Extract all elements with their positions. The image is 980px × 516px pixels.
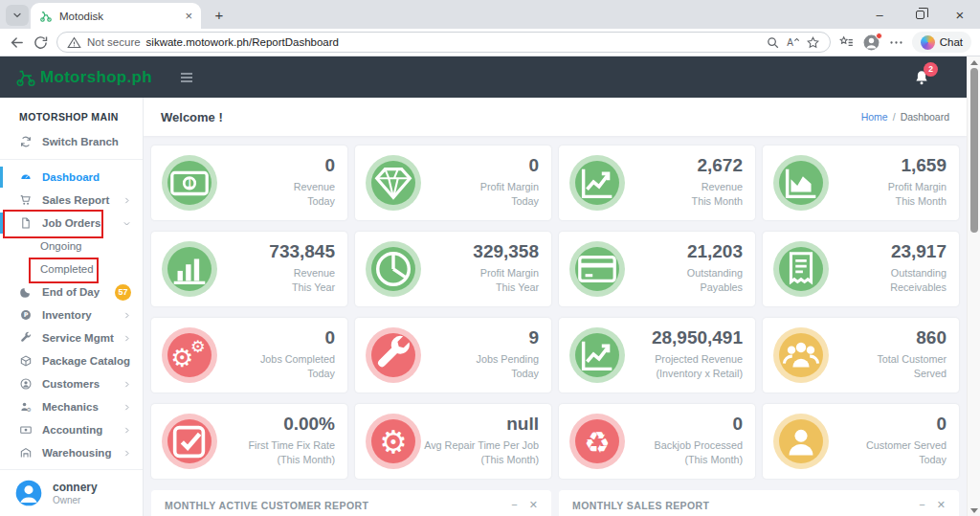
sidebar-item-label: Completed [40,263,94,275]
scroll-down-icon[interactable] [968,505,980,516]
page-scrollbar[interactable] [967,56,980,516]
stat-card: 9Jobs PendingToday [355,318,551,393]
sidebar-section-title: MOTORSHOP MAIN [0,103,143,130]
back-icon[interactable] [9,34,25,51]
sidebar-item-sales-report[interactable]: Sales Report [0,189,143,212]
stat-label-line2: Today [294,194,335,210]
stat-value: 329,358 [473,242,539,262]
stat-text: 0Customer ServedToday [866,415,947,468]
report-panels: MONTHLY ACTIVE CUSTOMER REPORT−✕MONTHLY … [144,479,967,516]
stat-card: 28,950,491Projected Revenue(Inventory x … [559,318,755,393]
chevron-right-icon [122,196,131,205]
chevron-right-icon [122,403,131,412]
sidebar-item-job-orders[interactable]: Job Orders [0,212,143,235]
warning-icon [67,35,81,50]
stat-label-line2: Today [480,194,539,210]
chart-area-icon [779,161,823,205]
favorite-star-icon[interactable] [806,35,820,50]
chart-line-icon [575,333,619,377]
stat-card: 860Total CustomerServed [763,318,959,393]
stat-label-line2: Served [877,367,947,382]
close-button[interactable]: × [940,0,980,29]
stat-label-line1: First Time Fix Rate [248,438,335,454]
chevron-right-icon [122,426,131,435]
stat-label-line2: This Month [888,194,947,210]
stat-label: Avg Repair Time Per Job(This Month) [424,438,539,468]
breadcrumb: Home / Dashboard [861,111,949,123]
read-aloud-icon[interactable]: A [786,35,800,50]
breadcrumb-home[interactable]: Home [861,111,888,123]
stat-label-line1: Avg Repair Time Per Job [424,438,539,454]
sidebar-item-inventory[interactable]: PInventory [0,303,143,326]
stat-label-line2: Receivables [890,280,947,296]
stat-value: 0 [480,156,539,176]
gauge-icon [19,170,33,184]
profile-avatar[interactable] [862,34,880,52]
panel-close-icon[interactable]: ✕ [529,499,538,511]
minimize-button[interactable]: – [859,0,900,29]
stat-label: RevenueThis Year [269,266,335,296]
sidebar-item-dashboard[interactable]: Dashboard [0,166,143,189]
stat-value: 9 [477,328,539,348]
sidebar-item-service-mgmt[interactable]: Service Mgmt [0,326,143,349]
mechanics-icon: ⚙ [19,400,33,414]
brand-logo[interactable]: Motorshop.ph [15,67,152,88]
sidebar-item-switch-branch[interactable]: Switch Branch [0,130,143,153]
address-bar[interactable]: Not secure sikwate.motowork.ph/ReportDas… [56,32,831,53]
svg-text:⚙: ⚙ [27,407,32,413]
stat-label-line1: Jobs Completed [260,352,335,368]
stat-text: 21,203OutstandingPayables [687,242,743,296]
sidebar-item-label: Service Mgmt [42,332,114,344]
scroll-up-icon[interactable] [968,56,980,68]
stat-text: 0Profit MarginToday [480,156,539,210]
collections-icon[interactable] [838,34,855,51]
panel-minimize-icon[interactable]: − [919,499,924,511]
url-text[interactable]: sikwate.motowork.ph/ReportDashboard [146,36,339,48]
more-icon[interactable] [888,34,904,51]
sidebar-item-label: Warehousing [42,447,111,459]
moon-icon [19,285,33,299]
receipt-icon [779,247,823,291]
copilot-chat-button[interactable]: Chat [912,32,971,53]
sidebar-item-label: Inventory [42,309,92,321]
panel-minimize-icon[interactable]: − [511,499,517,511]
sidebar-item-warehousing[interactable]: Warehousing [0,441,143,464]
reload-icon[interactable] [33,34,49,51]
sidebar-item-accounting[interactable]: Accounting [0,418,143,441]
browser-tab[interactable]: Motodisk × [31,3,201,29]
sidebar-item-customers[interactable]: Customers [0,372,143,395]
page-title: Welcome ! [161,110,223,124]
sidebar-item-ongoing[interactable]: Ongoing [0,235,143,258]
stat-label: RevenueThis Month [692,180,743,210]
restore-icon [916,11,924,19]
stat-card: 23,917OutstandingReceivables [763,232,959,306]
sidebar-item-end-of-day[interactable]: End of Day57 [0,280,143,303]
notifications-button[interactable]: 2 [913,68,930,87]
stat-label-line1: Revenue [269,266,335,281]
security-label[interactable]: Not secure [87,36,141,48]
stat-text: 28,950,491Projected Revenue(Inventory x … [652,328,743,382]
chevron-right-icon [122,449,131,458]
restore-button[interactable] [900,0,940,29]
sidebar-item-mechanics[interactable]: ⚙Mechanics [0,395,143,418]
new-tab-button[interactable]: + [210,5,229,24]
scrollbar-thumb[interactable] [970,68,978,233]
stat-text: 0.00%First Time Fix Rate(This Month) [248,415,335,468]
menu-icon[interactable] [177,70,196,85]
workspace: MOTORSHOP MAIN Switch BranchDashboardSal… [0,98,967,516]
stat-label: Total CustomerServed [877,352,947,382]
sidebar-item-package-catalog[interactable]: Package Catalog [0,349,143,372]
panel-close-icon[interactable]: ✕ [937,499,946,511]
stat-text: 23,917OutstandingReceivables [890,242,947,296]
tab-close-icon[interactable]: × [185,10,192,22]
stat-label: Projected Revenue(Inventory x Retail) [652,352,743,382]
stat-label: Profit MarginToday [480,180,539,210]
zoom-icon[interactable] [766,35,780,50]
chevron-down-icon [122,219,131,228]
stat-label-line2: (This Month) [248,453,335,468]
stat-label: Profit MarginThis Month [888,180,947,210]
user-name: connery [53,481,98,494]
sidebar-user[interactable]: connery Owner [0,469,143,516]
sidebar-item-completed[interactable]: Completed [0,258,143,280]
tab-search-button[interactable] [6,5,29,26]
